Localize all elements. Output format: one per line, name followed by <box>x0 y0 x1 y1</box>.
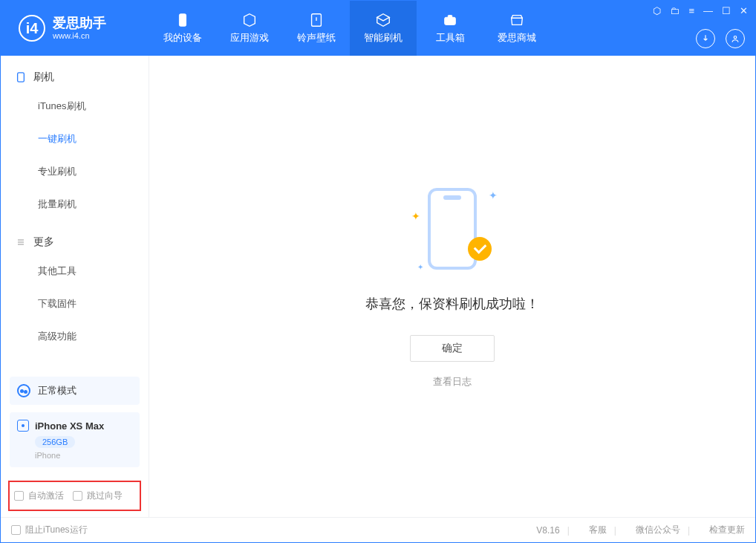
checkbox-icon <box>73 491 82 501</box>
logo-title: 爱思助手 <box>53 16 106 31</box>
phone-outline-icon <box>428 188 477 270</box>
device-mode-status[interactable]: 正常模式 <box>10 377 140 405</box>
device-name: iPhone XS Max <box>35 420 104 432</box>
svg-rect-5 <box>18 73 25 82</box>
phone-icon <box>175 12 191 28</box>
sidebar-item-advanced[interactable]: 高级功能 <box>38 320 149 353</box>
close-button[interactable]: ✕ <box>740 5 748 16</box>
sparkle-icon: ✦ <box>417 263 423 271</box>
sidebar-group-label: 刷机 <box>33 71 54 84</box>
user-icon[interactable] <box>726 29 745 48</box>
minimize-button[interactable]: — <box>703 5 713 16</box>
sidebar-item-batch-flash[interactable]: 批量刷机 <box>38 188 149 221</box>
music-icon <box>308 12 325 28</box>
sidebar-item-download-firmware[interactable]: 下载固件 <box>38 287 149 320</box>
menu-icon[interactable]: ≡ <box>688 5 694 16</box>
svg-point-4 <box>734 36 737 39</box>
status-label: 正常模式 <box>38 384 76 397</box>
logo[interactable]: i4 爱思助手 www.i4.cn <box>1 15 149 42</box>
nav-toolbox[interactable]: 工具箱 <box>417 1 483 56</box>
app-window: i4 爱思助手 www.i4.cn 我的设备 应用游戏 铃声壁纸 智能刷机 <box>0 0 756 543</box>
checkbox-label: 自动激活 <box>28 490 64 502</box>
logo-subtitle: www.i4.cn <box>53 31 106 40</box>
body: 刷机 iTunes刷机 一键刷机 专业刷机 批量刷机 更多 其他工具 下载固件 … <box>1 56 755 517</box>
sparkle-icon: ✦ <box>489 189 498 201</box>
sparkle-icon: ✦ <box>411 210 420 222</box>
version-label: V8.16 <box>536 525 559 536</box>
sidebar-group-more: 更多 <box>1 221 149 255</box>
checkbox-block-itunes[interactable]: 阻止iTunes运行 <box>11 524 88 536</box>
capacity-badge: 256GB <box>35 436 75 448</box>
window-controls: ⬡ 🗀 ≡ — ☐ ✕ <box>653 5 748 16</box>
header-right <box>696 29 745 48</box>
nav-label: 工具箱 <box>436 31 465 45</box>
success-message: 恭喜您，保资料刷机成功啦！ <box>365 295 539 313</box>
maximize-button[interactable]: ☐ <box>722 5 731 16</box>
view-log-link[interactable]: 查看日志 <box>433 375 472 388</box>
list-icon <box>16 237 26 247</box>
success-illustration: ✦ ✦ ✦ <box>411 185 493 274</box>
sidebar-group-label: 更多 <box>33 235 54 249</box>
shirt-icon[interactable]: ⬡ <box>653 5 661 16</box>
sidebar-item-itunes-flash[interactable]: iTunes刷机 <box>38 90 149 123</box>
svg-rect-2 <box>445 17 456 25</box>
main-content: ✦ ✦ ✦ 恭喜您，保资料刷机成功啦！ 确定 查看日志 <box>149 56 755 517</box>
nav-label: 爱思商城 <box>498 31 536 45</box>
cube-icon <box>241 12 258 28</box>
sidebar-item-other-tools[interactable]: 其他工具 <box>38 255 149 287</box>
header: i4 爱思助手 www.i4.cn 我的设备 应用游戏 铃声壁纸 智能刷机 <box>1 1 755 56</box>
store-icon <box>509 12 525 28</box>
check-update-link[interactable]: 检查更新 <box>709 524 745 536</box>
svg-rect-3 <box>448 16 452 19</box>
download-icon[interactable] <box>696 29 715 48</box>
checkbox-label: 阻止iTunes运行 <box>25 524 88 536</box>
highlighted-checkboxes: 自动激活 跳过向导 <box>8 481 141 511</box>
nav-store[interactable]: 爱思商城 <box>483 1 550 56</box>
device-card[interactable]: iPhone XS Max 256GB iPhone <box>10 412 140 467</box>
svg-rect-0 <box>179 14 186 27</box>
sidebar-item-pro-flash[interactable]: 专业刷机 <box>38 155 149 188</box>
check-badge-icon <box>468 237 492 261</box>
refresh-icon <box>375 12 391 28</box>
nav-apps-games[interactable]: 应用游戏 <box>216 1 283 56</box>
checkbox-label: 跳过向导 <box>87 490 123 502</box>
checkbox-icon <box>11 525 21 535</box>
sidebar-item-oneclick-flash[interactable]: 一键刷机 <box>38 123 149 155</box>
nav-label: 应用游戏 <box>230 31 269 45</box>
footer: 阻止iTunes运行 V8.16 | 客服 | 微信公众号 | 检查更新 <box>1 517 755 542</box>
nav-ringtone-wallpaper[interactable]: 铃声壁纸 <box>283 1 350 56</box>
toolbox-icon <box>442 12 458 28</box>
logo-icon: i4 <box>19 15 45 42</box>
nav-my-device[interactable]: 我的设备 <box>149 1 216 56</box>
nav-label: 智能刷机 <box>364 31 403 45</box>
nav: 我的设备 应用游戏 铃声壁纸 智能刷机 工具箱 爱思商城 <box>149 1 550 56</box>
checkbox-auto-activate[interactable]: 自动激活 <box>14 490 64 502</box>
sidebar-group-flash: 刷机 <box>1 56 149 90</box>
phone-small-icon <box>17 420 29 432</box>
nav-label: 我的设备 <box>163 31 202 45</box>
sidebar: 刷机 iTunes刷机 一键刷机 专业刷机 批量刷机 更多 其他工具 下载固件 … <box>1 56 149 517</box>
checkbox-icon <box>14 491 24 501</box>
checkbox-skip-guide[interactable]: 跳过向导 <box>73 490 123 502</box>
nav-smart-flash[interactable]: 智能刷机 <box>350 1 417 56</box>
ok-button[interactable]: 确定 <box>410 335 495 362</box>
nav-label: 铃声壁纸 <box>297 31 336 45</box>
support-link[interactable]: 客服 <box>589 524 607 536</box>
lock-icon[interactable]: 🗀 <box>670 5 680 16</box>
status-icon <box>17 384 30 397</box>
device-icon <box>16 72 26 82</box>
device-type: iPhone <box>35 451 132 460</box>
wechat-link[interactable]: 微信公众号 <box>636 524 680 536</box>
